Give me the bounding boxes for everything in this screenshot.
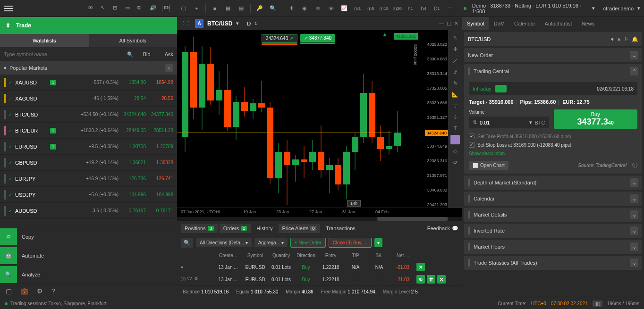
close-position-button[interactable]: ✕ [416,263,425,271]
layers-icon[interactable]: ≋ [314,4,322,13]
shield-icon[interactable]: 🛡 [187,276,192,283]
stepper-icon[interactable]: ⇅ [473,119,477,125]
symbol-row[interactable]: ✓ GBPUSD +19.2 (+0.14%) 1.36821 1.36828 [0,155,177,171]
candle-icon[interactable]: ⬍ [287,4,296,13]
section-calendar[interactable]: Calendar⌄ [464,192,642,206]
chart-canvas[interactable]: 34324.640 ↗ ↗ 34377.340 41256.361 ▲ 5000… [177,30,420,208]
reverse-button[interactable]: ↻ [416,275,425,284]
symbol-search-input[interactable] [4,51,127,57]
section-inverted-rate[interactable]: Inverted Rate⌄ [464,224,642,238]
chart-symbol[interactable]: BTC/USD [207,20,232,27]
more-icon[interactable]: ⋯ [446,4,454,13]
col-symbol[interactable]: Symbol [242,253,268,258]
grid4-layout-icon[interactable]: ▦ [224,4,232,13]
window-icon[interactable]: ▭ [125,5,133,12]
search-icon[interactable]: 🔍 [181,238,193,248]
aggregation-dropdown[interactable]: Aggrega... ▾ [254,238,288,247]
double-button[interactable]: ⇈ [427,275,435,284]
drag-handle-icon[interactable] [4,142,6,151]
h1-icon[interactable]: h1 [406,4,415,13]
m5-icon[interactable]: m5 [366,4,375,13]
lang-icon[interactable]: EN [162,5,169,12]
arrow-down-tool-icon[interactable]: ⇩ [450,112,460,122]
section-market-hours[interactable]: Market Hours⌄ [464,240,642,254]
key-icon[interactable]: 🔑 [255,4,264,13]
maximize-icon[interactable]: ▢ [447,20,451,26]
list-menu-icon[interactable]: ≡ [165,64,173,72]
drag-handle-icon[interactable] [4,126,6,135]
drag-handle-icon[interactable]: ⋮⋮ [181,20,191,26]
chevron-down-icon[interactable]: ▾ [529,119,532,125]
symbol-row[interactable]: ✓ EURUSD 1 +9.5 (+0.08%) 1.20708 1.20709 [0,139,177,155]
symbol-row[interactable]: ✓ USDJPY +5.6 (+0.05%) 104.996 104.998 [0,187,177,203]
symbol-row[interactable]: ✓ XAUUSD 1 -557 (-0.3%) 1854.80 1854.98 [0,75,177,91]
draw-fib-icon[interactable]: 📐 [450,90,460,99]
scrollbar-thumb[interactable] [377,217,448,221]
tab-price-alerts[interactable]: Price Alerts 0 [279,224,321,233]
refresh-tool-icon[interactable]: ⟳ [450,158,460,167]
section-new-order[interactable]: New Order ⌄ [464,48,642,62]
expand-icon[interactable]: ▾ [181,265,183,270]
col-direction[interactable]: Direction [294,253,318,258]
search-icon[interactable]: 🔍 [127,51,134,58]
symbol-row[interactable]: ✓ AUDUSD -3.6 (-0.05%) 0.76167 0.76171 [0,203,177,219]
toggle-icon[interactable]: ◧ [593,301,602,307]
text-tool-icon[interactable]: T [450,124,460,133]
tab-watchlists[interactable]: Watchlists [0,34,89,47]
feedback-button[interactable]: Feedback 💬 [427,225,458,232]
symbol-row[interactable]: ✓ BTC/EUR 1 +1820.2 (+0.64%) 28449.05 28… [0,123,177,139]
mail-icon[interactable]: ✉ [88,5,96,12]
wallet-icon[interactable]: 💼 [20,287,28,295]
cursor-tool-icon[interactable]: ↖ [450,33,460,42]
chevron-down-icon[interactable]: ▾ [611,36,614,42]
tab-news[interactable]: News [577,17,600,30]
automate-action[interactable]: 🤖 Automate [0,246,177,265]
chart-add-icon[interactable]: + [192,4,201,13]
draw-line-icon[interactable]: ／ [450,56,460,65]
drag-handle-icon[interactable] [4,78,6,87]
open-chart-button[interactable]: ⬜ Open Chart [469,161,508,170]
flag-icon[interactable]: ⚐ [624,36,629,42]
close-positions-button[interactable]: Close (3) Buy, ... [329,238,372,248]
symbol-row[interactable]: ✓ XAGUSD -46 (-1.59%) 28.54 28.56 [0,91,177,107]
chart-indicator-icon[interactable]: A [195,19,203,28]
intraday-toggle[interactable] [495,85,507,92]
star-icon[interactable]: ★ [617,36,621,42]
analyze-action[interactable]: 🔍 Analyze [0,265,177,284]
minimize-icon[interactable]: — [439,20,444,26]
info-icon[interactable]: ⓘ [632,162,637,169]
volume-input[interactable]: ⇅ 0.01 ▾ BTC [469,117,549,128]
position-row[interactable]: ⓘ🛡⚙ 13 Jan ... EURUSD 0.01 Lots Buy 1.22… [177,273,462,285]
drag-handle-icon[interactable] [4,110,6,119]
h4-icon[interactable]: h4 [419,4,428,13]
drag-handle-icon[interactable] [4,174,6,184]
circle-icon[interactable]: ◉ [300,4,309,13]
close-position-button[interactable]: ✕ [437,275,446,284]
m15-icon[interactable]: m15 [380,4,388,13]
drag-handle-icon[interactable] [4,158,6,167]
eye-icon[interactable]: 👁 [327,4,335,13]
notification-icon[interactable]: ▢ [6,287,12,295]
copy-action[interactable]: ⧉ Copy [0,227,177,246]
col-sl[interactable]: S/L [367,253,391,258]
eraser-tool-icon[interactable]: ◇ [450,146,460,156]
tab-history[interactable]: History [253,224,276,233]
tab-dom[interactable]: DoM [489,17,509,30]
draw-equidistant-icon[interactable]: ⫽ [450,67,460,76]
close-dropdown-button[interactable]: ▾ [374,238,382,247]
tab-orders[interactable]: Orders 1 [220,224,251,233]
chevron-down-icon[interactable]: ▾ [236,20,239,26]
info-icon[interactable]: ⓘ [181,276,186,283]
cursor-icon[interactable]: ↖ [101,5,108,12]
single-layout-icon[interactable]: ■ [211,4,219,13]
ask-price-box[interactable]: ↗ 34377.340 [300,34,335,45]
chart-scrollbar[interactable] [177,217,462,221]
menu-button[interactable] [4,4,13,13]
section-depth[interactable]: Depth of Market (Standard)⌄ [464,175,642,190]
chevron-down-icon[interactable]: ▾ [592,5,595,11]
drag-handle-icon[interactable] [4,206,6,216]
arrow-up-tool-icon[interactable]: ⇧ [450,101,460,110]
server-name[interactable]: ctrader.demo [603,6,634,11]
grid-layout-icon[interactable]: ▤ [237,4,246,13]
tab-transactions[interactable]: Transactions [322,224,359,233]
